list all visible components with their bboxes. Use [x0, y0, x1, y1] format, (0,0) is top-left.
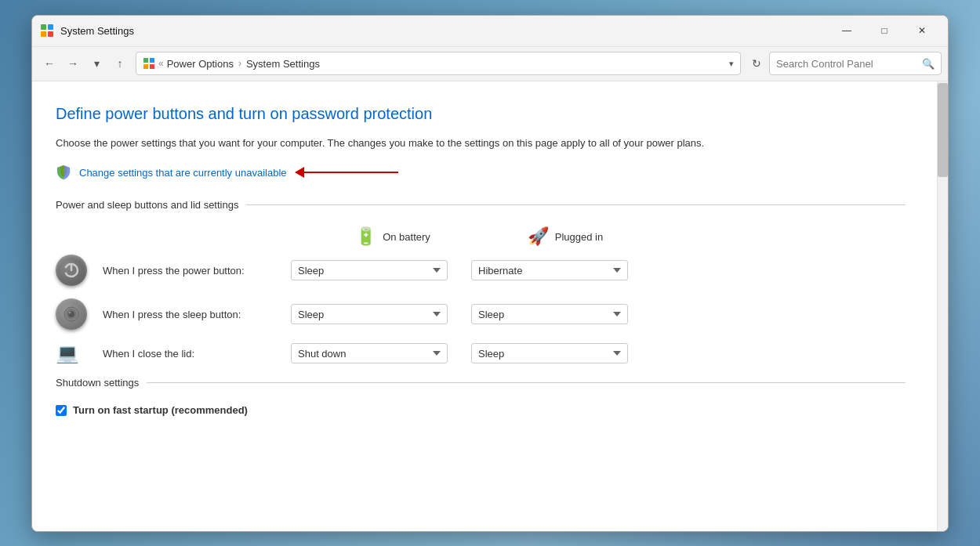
svg-rect-3 — [48, 31, 53, 37]
maximize-button[interactable]: □ — [866, 19, 902, 42]
dropdown-button[interactable]: ▾ — [85, 52, 107, 74]
fast-startup-checkbox[interactable] — [56, 405, 67, 416]
svg-rect-7 — [150, 64, 154, 69]
arrow-head — [295, 167, 304, 178]
sleep-button-label: When I press the sleep button: — [103, 309, 291, 320]
power-button-label: When I press the power button: — [103, 265, 291, 277]
sleep-button-icon — [56, 298, 87, 330]
fast-startup-row: Turn on fast startup (recommended) — [56, 404, 906, 416]
arrow-indicator — [295, 167, 398, 178]
svg-point-13 — [69, 312, 71, 314]
close-lid-label: When I close the lid: — [103, 348, 291, 360]
main-content: Define power buttons and turn on passwor… — [32, 81, 948, 531]
power-button-on-battery-select[interactable]: Sleep Do nothing Hibernate Shut down Tur… — [291, 260, 448, 280]
rocket-icon: 🚀 — [528, 226, 549, 247]
columns-row: 🔋 On battery 🚀 Plugged in — [56, 226, 906, 247]
up-button[interactable]: ↑ — [109, 52, 131, 74]
scrollbar-track — [937, 81, 948, 531]
shutdown-section-header: Shutdown settings — [56, 377, 906, 389]
svg-rect-4 — [143, 58, 148, 63]
power-button-icon — [56, 255, 87, 286]
content-area: Define power buttons and turn on passwor… — [32, 81, 937, 531]
nav-bar: ← → ▾ ↑ « Power Options › System Setting… — [32, 47, 948, 81]
search-input[interactable] — [776, 58, 917, 70]
settings-link-row: Change settings that are currently unava… — [56, 165, 906, 180]
forward-button[interactable]: → — [62, 52, 84, 74]
address-path2: System Settings — [246, 58, 320, 70]
svg-rect-6 — [143, 64, 148, 69]
sleep-button-plugged-in-select[interactable]: Sleep Do nothing Hibernate Shut down Tur… — [471, 304, 628, 324]
window-controls: — □ ✕ — [829, 19, 940, 42]
settings-link[interactable]: Change settings that are currently unava… — [79, 167, 287, 179]
address-path1: Power Options — [167, 58, 234, 70]
system-settings-window: System Settings — □ ✕ ← → ▾ ↑ « Power Op… — [31, 15, 949, 532]
search-icon: 🔍 — [922, 58, 935, 70]
section-title: Power and sleep buttons and lid settings — [56, 199, 238, 211]
section-line — [246, 204, 906, 205]
address-prefix: « — [158, 58, 164, 69]
sleep-button-row: When I press the sleep button: Sleep Do … — [56, 298, 906, 330]
address-bar[interactable]: « Power Options › System Settings ▾ — [136, 52, 741, 75]
window-icon — [40, 24, 54, 38]
svg-rect-0 — [41, 24, 46, 30]
minimize-button[interactable]: — — [829, 19, 865, 42]
address-separator: › — [238, 58, 241, 69]
svg-rect-1 — [48, 24, 53, 30]
description: Choose the power settings that you want … — [56, 136, 730, 151]
shield-icon — [56, 165, 71, 180]
col-plugged-in: 🚀 Plugged in — [479, 226, 652, 247]
page-title: Define power buttons and turn on passwor… — [56, 105, 906, 123]
arrow-line — [304, 172, 398, 173]
shutdown-section-title: Shutdown settings — [56, 377, 139, 389]
svg-rect-5 — [150, 58, 154, 63]
title-bar: System Settings — □ ✕ — [32, 16, 948, 47]
svg-rect-2 — [41, 31, 46, 37]
close-lid-row: 💻 When I close the lid: Shut down Do not… — [56, 342, 906, 364]
battery-icon: 🔋 — [355, 226, 376, 247]
address-icon — [143, 57, 155, 70]
search-bar: 🔍 — [769, 52, 942, 75]
shutdown-section-line — [147, 382, 906, 383]
address-dropdown-btn[interactable]: ▾ — [729, 59, 734, 69]
power-button-row: When I press the power button: Sleep Do … — [56, 255, 906, 286]
close-lid-plugged-in-select[interactable]: Sleep Do nothing Hibernate Shut down Tur… — [471, 343, 628, 363]
col-on-battery: 🔋 On battery — [307, 226, 479, 247]
close-button[interactable]: ✕ — [904, 19, 940, 42]
refresh-button[interactable]: ↻ — [746, 52, 768, 74]
shutdown-section: Shutdown settings Turn on fast startup (… — [56, 377, 906, 416]
back-button[interactable]: ← — [38, 52, 60, 74]
section-header: Power and sleep buttons and lid settings — [56, 199, 906, 211]
power-button-plugged-in-select[interactable]: Hibernate Do nothing Sleep Shut down Tur… — [471, 260, 628, 280]
fast-startup-label[interactable]: Turn on fast startup (recommended) — [73, 404, 248, 416]
lid-icon: 💻 — [56, 342, 103, 364]
window-title: System Settings — [60, 25, 829, 37]
sleep-button-on-battery-select[interactable]: Sleep Do nothing Hibernate Shut down Tur… — [291, 304, 448, 324]
close-lid-on-battery-select[interactable]: Shut down Do nothing Sleep Hibernate Tur… — [291, 343, 448, 363]
scrollbar-thumb[interactable] — [938, 83, 948, 177]
